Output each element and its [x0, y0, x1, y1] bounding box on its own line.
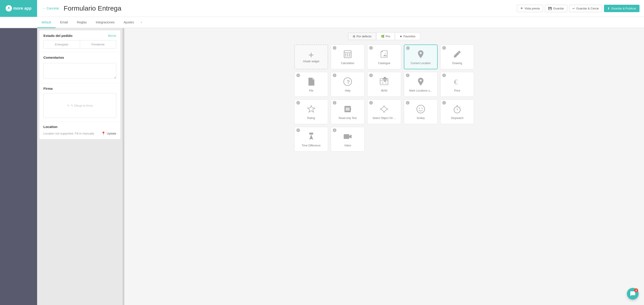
form-section-location-header: Location — [44, 125, 116, 129]
widget-readonly-text[interactable]: i Read-only Text — [331, 100, 364, 124]
info-icon[interactable]: i — [442, 101, 446, 104]
tab-widgets[interactable]: default — [37, 17, 56, 28]
calculation-icon — [342, 48, 353, 60]
widget-iban-label: IBAN — [381, 89, 387, 93]
price-icon: € — [452, 76, 463, 87]
cancel-button[interactable]: ← Cancelar — [42, 5, 64, 12]
info-icon[interactable]: i — [406, 46, 410, 50]
widget-calculation[interactable]: i Calculation — [331, 44, 364, 69]
toggle-pendiente[interactable]: Pendiente — [80, 40, 116, 48]
info-icon[interactable]: i — [442, 74, 446, 77]
widget-add-button[interactable]: + Añadir widget — [294, 44, 328, 69]
widget-price[interactable]: i € Price — [440, 72, 474, 97]
info-icon[interactable]: i — [296, 101, 300, 104]
widget-file-label: File — [309, 89, 313, 93]
svg-line-32 — [460, 107, 460, 108]
save-close-button[interactable]: ↩ Guardar & Cerrar — [569, 5, 602, 12]
form-section-estado-title: Estado del pedido — [44, 34, 72, 38]
video-icon — [342, 131, 353, 142]
rating-icon — [306, 104, 317, 115]
info-icon[interactable]: i — [333, 128, 336, 132]
logo-area: more app — [6, 5, 32, 12]
form-section-comentarios-header: Comentarios — [44, 56, 116, 60]
form-section-location: Location Location not supported. Fill in… — [39, 122, 120, 139]
widget-select-object[interactable]: i Select Object On ... — [367, 100, 401, 124]
tab-ajustes[interactable]: Ajustes — [119, 17, 138, 28]
info-icon[interactable]: i — [369, 46, 373, 50]
form-section-firma: Firma ✎ ✎ Dibuje la firma — [39, 83, 120, 122]
widget-video[interactable]: i Video — [331, 127, 364, 152]
grid-icon: ⊞ — [353, 35, 355, 38]
borrar-estado-button[interactable]: Borrar — [108, 34, 116, 37]
widget-stopwatch[interactable]: i Stopwatch — [440, 100, 474, 124]
widget-time-difference[interactable]: i Time Difference — [294, 127, 328, 152]
widget-current-location[interactable]: i Current Location — [404, 44, 438, 69]
widget-smiley[interactable]: i Smiley — [404, 100, 438, 124]
stopwatch-icon — [452, 104, 463, 115]
widget-grid: + Añadir widget i Calculation i Catalogu… — [294, 44, 474, 152]
svg-point-9 — [385, 54, 386, 54]
tab-integraciones[interactable]: Integraciones — [91, 17, 119, 28]
info-icon[interactable]: i — [296, 128, 300, 132]
widget-rating-label: Rating — [307, 116, 315, 120]
svg-rect-7 — [347, 55, 348, 56]
filter-tab-favorites[interactable]: ★ Favoritos — [395, 32, 420, 40]
svg-rect-22 — [346, 108, 350, 111]
widget-mark-locations[interactable]: i Mark Locations o... — [404, 72, 438, 97]
toggle-entregado[interactable]: Entregado — [44, 40, 80, 48]
signature-box[interactable]: ✎ ✎ Dibuje la firma — [44, 93, 116, 118]
svg-rect-33 — [309, 133, 313, 135]
info-icon[interactable]: i — [442, 46, 446, 50]
filter-tab-default[interactable]: ⊞ Por defecto — [348, 32, 376, 40]
action-buttons: 👁 Vista previa 💾 Guardar ↩ Guardar & Cer… — [512, 5, 644, 12]
widget-time-difference-label: Time Difference — [302, 144, 321, 148]
svg-point-18 — [420, 80, 422, 82]
time-difference-icon — [306, 131, 317, 142]
info-icon[interactable]: i — [333, 46, 336, 50]
main-layout: Estado del pedido Borrar Entregado Pendi… — [0, 28, 644, 305]
tab-reglas[interactable]: Reglas — [72, 17, 91, 28]
iban-icon: IBAN — [378, 76, 390, 87]
collapse-nav-button[interactable]: ‹ — [138, 20, 144, 24]
widget-drawing[interactable]: i Drawing — [440, 44, 474, 69]
save-button[interactable]: 💾 Guardar — [545, 5, 567, 12]
svg-rect-5 — [349, 54, 350, 55]
info-icon[interactable]: i — [333, 74, 336, 77]
widget-smiley-label: Smiley — [417, 116, 425, 120]
info-icon[interactable]: i — [369, 74, 373, 77]
form-toggle-estado: Entregado Pendiente — [44, 40, 116, 48]
update-location-button[interactable]: 📍 Update — [101, 131, 116, 136]
widget-file[interactable]: i File — [294, 72, 328, 97]
plus-icon: + — [308, 50, 314, 60]
widget-catalogue-label: Catalogue — [378, 62, 390, 65]
chat-fab-button[interactable]: 4 — [627, 288, 638, 300]
svg-point-0 — [8, 7, 10, 8]
info-icon[interactable]: i — [406, 101, 410, 104]
smiley-icon — [415, 104, 426, 115]
widget-catalogue[interactable]: i Catalogue — [367, 44, 401, 69]
location-text: Location not supported. Fill in manually… — [44, 132, 95, 135]
save-publish-button[interactable]: ⬆ Guardar & Publicar — [604, 5, 640, 12]
preview-button[interactable]: 👁 Vista previa — [517, 5, 543, 12]
logo-text: more app — [13, 6, 32, 11]
info-icon[interactable]: i — [406, 74, 410, 77]
widget-rating[interactable]: i Rating — [294, 100, 328, 124]
widget-mark-locations-label: Mark Locations o... — [409, 89, 432, 93]
svg-rect-34 — [344, 134, 350, 139]
info-icon[interactable]: i — [296, 74, 300, 77]
file-icon — [306, 76, 317, 87]
info-icon[interactable]: i — [333, 101, 336, 104]
help-icon: ? — [342, 76, 353, 87]
info-icon[interactable]: i — [369, 101, 373, 104]
tab-email[interactable]: Email — [56, 17, 72, 28]
signature-pencil-icon: ✎ — [67, 104, 70, 107]
form-section-estado-header: Estado del pedido Borrar — [44, 34, 116, 38]
filter-tab-pro[interactable]: 🌿 Pro — [376, 32, 395, 40]
comentarios-textarea[interactable] — [44, 63, 116, 79]
sidebar-header: more app — [0, 0, 37, 17]
widget-readonly-text-label: Read-only Text — [339, 116, 357, 120]
widget-price-label: Price — [454, 89, 460, 93]
widget-drawing-label: Drawing — [452, 62, 462, 65]
widget-iban[interactable]: i IBAN IBAN — [367, 72, 401, 97]
widget-help[interactable]: i ? Help — [331, 72, 364, 97]
